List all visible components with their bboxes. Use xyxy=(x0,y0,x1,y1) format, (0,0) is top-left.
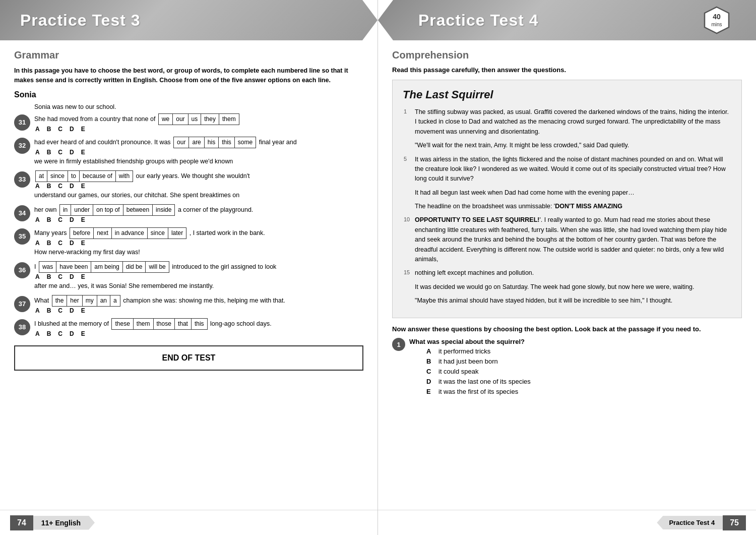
q34-label-e: E xyxy=(81,216,85,223)
passage-para-8: It was decided we would go on Saturday. … xyxy=(415,282,731,292)
left-page-content: Grammar In this passage you have to choo… xyxy=(0,40,377,510)
q34-opt-a: in xyxy=(60,205,71,215)
q34-label-b: B xyxy=(47,216,51,223)
q32-labels: A B C D E xyxy=(35,149,363,156)
q38-opt-a: these xyxy=(112,319,133,329)
q33-opt-c: to xyxy=(68,171,80,182)
comp-opt-1b: B it had just been born xyxy=(426,358,531,365)
q32-text-after: final year and xyxy=(259,139,297,146)
q-number-31: 31 xyxy=(14,114,30,131)
line-number-10: 10 xyxy=(404,215,410,224)
timer-number: 40 xyxy=(713,13,721,21)
q-content-31: She had moved from a country that none o… xyxy=(34,113,363,133)
q36-continuation: after me and… yes, it was Sonia! She rem… xyxy=(34,281,363,291)
q31-label-e: E xyxy=(81,126,85,133)
q36-labels: A B C D E xyxy=(35,273,363,280)
q34-opt-e: inside xyxy=(153,205,174,215)
right-page-content: Comprehension Read this passage carefull… xyxy=(378,40,756,510)
comp-instruction: Read this passage carefully, then answer… xyxy=(392,66,742,74)
q38-answer-boxes: these them those that this xyxy=(111,318,207,330)
comp-opt-1a: A it performed tricks xyxy=(426,347,531,355)
q34-label-a: A xyxy=(35,216,40,223)
q31-text-before: She had moved from a country that none o… xyxy=(34,115,157,123)
q34-labels: A B C D E xyxy=(35,216,363,223)
q32-opt-c: his xyxy=(205,137,219,148)
left-footer-left: 74 11+ English xyxy=(10,515,95,530)
q-number-37: 37 xyxy=(14,296,30,312)
passage-para-1: 1 The stifling subway was packed, as usu… xyxy=(415,107,731,137)
comp-q-number-1: 1 xyxy=(392,338,405,351)
q38-opt-e: this xyxy=(192,319,207,329)
q33-opt-a: at xyxy=(36,171,47,182)
opt-letter-1c: C xyxy=(426,368,434,375)
q31-answer-boxes: we our us they them xyxy=(158,113,239,125)
q34-answer-boxes: in under on top of between inside xyxy=(59,204,175,216)
end-of-test-box: END OF TEST xyxy=(14,345,363,371)
q-content-34: her own in under on top of between insid… xyxy=(34,204,363,223)
question-35: 35 Many years before next in advance sin… xyxy=(14,227,363,257)
q34-text-after: a corner of the playground. xyxy=(178,206,253,213)
right-banner-arrow xyxy=(378,0,393,40)
para-9-text: "Maybe this animal should have stayed hi… xyxy=(415,297,672,304)
q33-text: at since to because of with our early ye… xyxy=(34,170,363,182)
q36-answer-boxes: was have been am being did be will be xyxy=(39,261,169,273)
q36-text-before: I xyxy=(34,263,38,270)
q-content-36: I was have been am being did be will be … xyxy=(34,261,363,291)
q32-text: had ever heard of and couldn't pronounce… xyxy=(34,137,363,148)
para-8-text: It was decided we would go on Saturday. … xyxy=(415,283,695,290)
passage-para-3: 5 It was airless in the station, the lig… xyxy=(415,155,731,184)
comp-q-instruction: Now answer these questions by choosing t… xyxy=(392,325,742,333)
grammar-instruction: In this passage you have to choose the b… xyxy=(14,66,363,85)
q37-text-before: What xyxy=(34,297,51,304)
q33-text-after: our early years. We thought she wouldn't xyxy=(136,172,250,180)
q32-answer-boxes: our are his this some xyxy=(173,137,256,148)
q32-continuation: we were in firmly established friendship… xyxy=(34,157,363,166)
q35-text: Many years before next in advance since … xyxy=(34,227,363,239)
q36-text-after: introduced to the girl assigned to look xyxy=(172,263,276,270)
q37-answer-boxes: the her my an a xyxy=(52,295,120,307)
question-31: 31 She had moved from a country that non… xyxy=(14,113,363,133)
q35-continuation: How nerve-wracking my first day was! xyxy=(34,248,363,257)
para-2-text: "We'll wait for the next train, Amy. It … xyxy=(415,142,629,149)
line-number-1: 1 xyxy=(404,107,407,116)
comp-q-1-content: What was special about the squirrel? A i… xyxy=(409,338,531,398)
q33-label-a: A xyxy=(35,183,40,190)
q-content-32: had ever heard of and couldn't pronounce… xyxy=(34,137,363,166)
headline-bold-2: OPPORTUNITY TO SEE LAST SQUIRREL! xyxy=(415,216,539,223)
q33-opt-b: since xyxy=(47,171,68,182)
q32-label-c: C xyxy=(58,149,62,156)
opt-text-1d: it was the last one of its species xyxy=(438,378,531,385)
left-banner-arrow xyxy=(362,0,377,40)
passage-para-7: 15 nothing left except machines and poll… xyxy=(415,268,731,278)
q31-label-d: D xyxy=(70,126,74,133)
q34-opt-d: between xyxy=(123,205,153,215)
q32-opt-a: our xyxy=(174,137,189,148)
q31-label-a: A xyxy=(35,126,40,133)
passage-box: The Last Squirrel 1 The stifling subway … xyxy=(392,80,742,318)
q36-label-b: B xyxy=(47,273,51,280)
q32-label-b: B xyxy=(47,149,51,156)
question-32: 32 had ever heard of and couldn't pronou… xyxy=(14,137,363,166)
left-footer-label: 11+ English xyxy=(33,516,95,530)
opt-text-1c: it could speak xyxy=(438,368,479,375)
q36-label-d: D xyxy=(70,273,74,280)
timer-hexagon-svg: 40 mins xyxy=(703,6,731,34)
q-content-38: I blushed at the memory of these them th… xyxy=(34,318,363,337)
line-number-15: 15 xyxy=(404,268,410,277)
q-number-34: 34 xyxy=(14,205,30,221)
right-banner: Practice Test 4 40 mins xyxy=(378,0,756,40)
q38-label-d: D xyxy=(70,330,74,337)
q35-opt-b: next xyxy=(94,228,112,239)
q35-text-before: Many years xyxy=(34,229,69,236)
q36-label-c: C xyxy=(58,273,62,280)
q33-continuation: understand our games, our stories, our c… xyxy=(34,191,363,200)
opt-text-1a: it performed tricks xyxy=(438,347,490,355)
q31-opt-e: them xyxy=(219,114,239,125)
q34-label-d: D xyxy=(70,216,74,223)
q37-opt-a: the xyxy=(52,295,68,306)
passage-para-4: It had all begun last week when Dad had … xyxy=(415,188,731,198)
q37-opt-e: a xyxy=(110,295,120,306)
q33-answer-boxes: at since to because of with xyxy=(35,170,133,182)
q31-opt-b: our xyxy=(173,114,188,125)
q38-label-a: A xyxy=(35,330,40,337)
